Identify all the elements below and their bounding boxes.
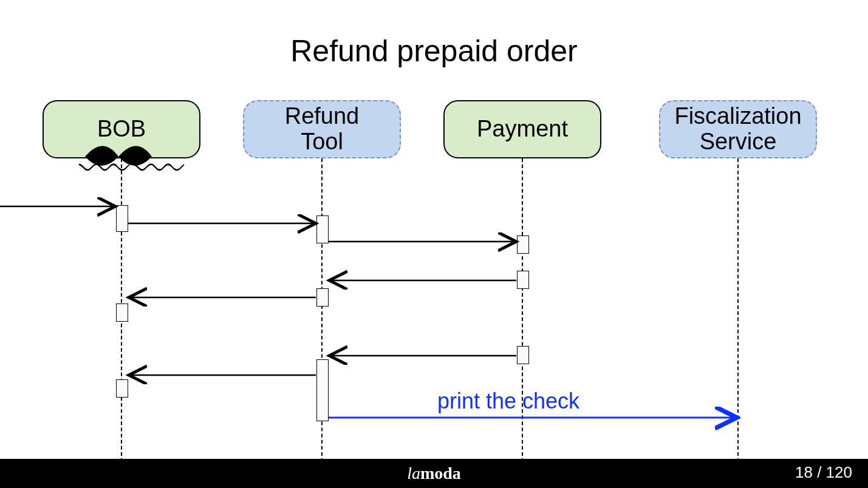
lifeline-payment — [522, 158, 523, 462]
activation-bob-1 — [116, 205, 128, 232]
participant-fiscalization: Fiscalization Service — [659, 100, 817, 158]
page-number: 18 / 120 — [795, 463, 852, 482]
participant-payment-label: Payment — [477, 117, 568, 142]
participant-refund-tool-label: Refund Tool — [285, 104, 360, 155]
lifeline-fiscalization — [737, 158, 739, 462]
participant-bob-label: BOB — [97, 117, 146, 142]
activation-refund-2 — [316, 288, 329, 307]
activation-payment-1 — [517, 236, 529, 254]
brand-la: la — [407, 464, 420, 483]
participant-refund-tool: Refund Tool — [243, 100, 401, 158]
activation-payment-2 — [517, 271, 529, 289]
participant-payment: Payment — [443, 100, 601, 158]
message-label-print-check: print the check — [437, 388, 579, 414]
activation-bob-3 — [116, 379, 128, 398]
activation-refund-1 — [316, 215, 329, 243]
brand-logo: lamoda — [407, 464, 461, 483]
participant-bob: BOB — [43, 100, 200, 158]
brand-moda: moda — [420, 464, 461, 483]
activation-bob-2 — [116, 303, 128, 322]
participant-fiscalization-label: Fiscalization Service — [674, 104, 801, 155]
slide-title: Refund prepaid order — [0, 33, 868, 69]
activation-refund-3 — [316, 359, 329, 421]
slide-footer: lamoda — [0, 459, 868, 488]
activation-payment-3 — [517, 346, 529, 364]
